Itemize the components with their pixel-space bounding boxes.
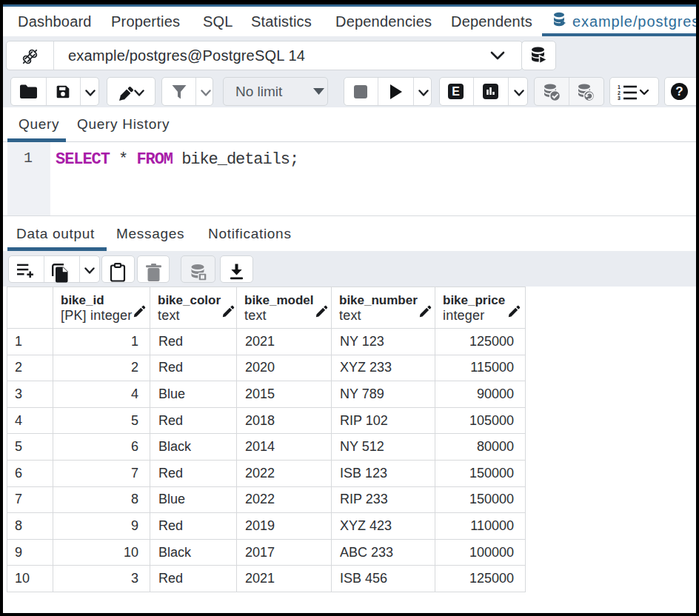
svg-text:2: 2 [618,90,621,96]
svg-text:3: 3 [618,96,621,101]
svg-text:1: 1 [618,84,621,90]
